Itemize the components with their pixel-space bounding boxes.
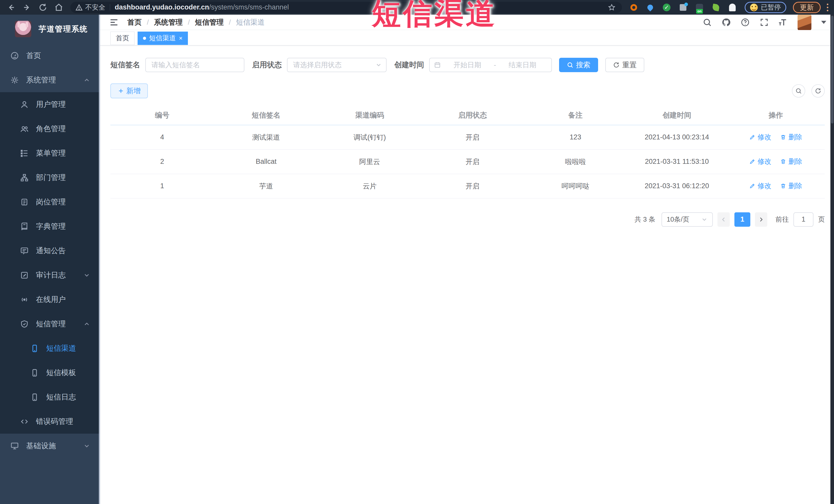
app-logo[interactable]: 芋道管理系统 — [0, 15, 100, 43]
reset-button[interactable]: 重置 — [605, 58, 644, 72]
prev-page-button[interactable] — [718, 212, 730, 227]
fullscreen-icon[interactable] — [760, 18, 769, 27]
dashboard-icon — [10, 51, 19, 60]
page-size-select[interactable]: 10条/页 — [661, 212, 713, 227]
close-icon[interactable]: × — [179, 35, 182, 41]
col-header-created: 创建时间 — [627, 106, 727, 125]
header-search-icon[interactable] — [703, 18, 712, 27]
search-button[interactable]: 搜索 — [559, 58, 598, 72]
sidebar-item-role-mgmt[interactable]: 角色管理 — [0, 116, 100, 141]
extension-ghost-icon[interactable] — [727, 3, 737, 12]
plus-icon — [117, 88, 124, 94]
window-scrollbar[interactable] — [830, 15, 834, 504]
sidebar-item-system-mgmt[interactable]: 系统管理 — [0, 68, 100, 92]
trash-icon — [780, 158, 786, 165]
goto-page-input[interactable] — [793, 212, 813, 227]
col-header-status: 启用状态 — [421, 106, 524, 125]
browser-back-icon[interactable] — [4, 2, 18, 13]
browser-menu-kebab-icon[interactable] — [827, 4, 828, 11]
chevron-down-icon — [83, 272, 90, 279]
sidebar-item-dept-mgmt[interactable]: 部门管理 — [0, 165, 100, 190]
status-select-input[interactable] — [287, 58, 387, 72]
page-number-button[interactable]: 1 — [734, 212, 750, 227]
cell-code: 阿里云 — [318, 149, 421, 174]
code-icon — [20, 417, 29, 426]
sidebar-item-error-code-mgmt[interactable]: 错误码管理 — [0, 409, 100, 434]
sidebar-item-audit-log[interactable]: 审计日志 — [0, 263, 100, 287]
user-avatar[interactable] — [797, 14, 811, 30]
extension-check-icon[interactable]: ✓ — [662, 3, 672, 12]
delete-link[interactable]: 删除 — [780, 181, 802, 191]
url-text[interactable]: dashboard.yudao.iocoder.cn/system/sms/sm… — [115, 3, 289, 11]
end-date-input[interactable] — [498, 61, 548, 69]
help-icon[interactable] — [741, 18, 750, 27]
edit-link[interactable]: 修改 — [749, 132, 771, 142]
extension-orange-ring-icon[interactable] — [629, 3, 639, 12]
extension-sprout-icon[interactable] — [711, 3, 721, 12]
edit-link[interactable]: 修改 — [749, 157, 771, 166]
sidebar-item-label: 角色管理 — [36, 124, 66, 134]
profile-paused-badge[interactable]: 已暂停 — [745, 2, 786, 13]
delete-link[interactable]: 删除 — [780, 157, 802, 166]
add-button[interactable]: 新增 — [110, 84, 148, 98]
sidebar-item-notice[interactable]: 通知公告 — [0, 239, 100, 263]
date-range-picker[interactable]: - — [429, 58, 552, 72]
browser-reload-icon[interactable] — [36, 2, 50, 13]
sidebar-item-online-users[interactable]: 在线用户 — [0, 287, 100, 312]
refresh-table-button[interactable] — [811, 84, 825, 97]
trash-icon — [780, 134, 786, 140]
phone-icon — [30, 368, 39, 377]
status-select[interactable] — [287, 58, 387, 72]
sidebar-item-menu-mgmt[interactable]: 菜单管理 — [0, 141, 100, 165]
sign-input[interactable] — [145, 58, 244, 72]
sidebar-item-sms-template[interactable]: 短信模板 — [0, 360, 100, 385]
browser-home-icon[interactable] — [52, 2, 66, 13]
next-page-button[interactable] — [755, 212, 767, 227]
sidebar-item-sms-log[interactable]: 短信日志 — [0, 385, 100, 409]
sidebar-item-label: 字典管理 — [36, 221, 66, 232]
breadcrumb-system[interactable]: 系统管理 — [154, 18, 183, 27]
badge-icon — [20, 198, 29, 206]
breadcrumb-home[interactable]: 首页 — [127, 18, 142, 27]
toggle-search-button[interactable] — [792, 84, 805, 97]
url-path: /system/sms/sms-channel — [209, 3, 289, 11]
emoji-avatar-icon — [750, 4, 758, 11]
delete-link[interactable]: 删除 — [780, 132, 802, 142]
warning-triangle-icon — [75, 4, 83, 11]
phone-icon — [30, 393, 39, 401]
broadcast-icon — [20, 295, 29, 304]
scrollbar-thumb[interactable] — [831, 16, 833, 124]
caret-down-icon[interactable] — [821, 21, 826, 24]
security-label: 不安全 — [85, 3, 105, 12]
chevron-right-icon — [758, 216, 764, 223]
hamburger-icon[interactable] — [109, 17, 119, 27]
extension-on-badge-icon[interactable]: on — [695, 3, 704, 12]
github-icon[interactable] — [722, 18, 731, 27]
tab-home[interactable]: 首页 — [110, 31, 134, 45]
extension-stats-icon[interactable] — [678, 3, 688, 12]
extension-pin-icon[interactable] — [645, 3, 655, 12]
font-size-icon[interactable] — [778, 18, 788, 27]
address-bar[interactable]: 不安全 dashboard.yudao.iocoder.cn/system/sm… — [70, 2, 622, 13]
tab-sms-channel[interactable]: 短信渠道 × — [137, 31, 188, 45]
bookmark-star-icon[interactable] — [607, 2, 617, 13]
sidebar-item-dict-mgmt[interactable]: 字典管理 — [0, 214, 100, 239]
sidebar-item-sms-mgmt[interactable]: 短信管理 — [0, 312, 100, 336]
app-title: 芋道管理系统 — [39, 24, 88, 35]
search-button-label: 搜索 — [576, 60, 590, 70]
browser-update-button[interactable]: 更新 — [793, 2, 821, 13]
sidebar-item-post-mgmt[interactable]: 岗位管理 — [0, 190, 100, 214]
edit-link[interactable]: 修改 — [749, 181, 771, 191]
sidebar-item-infrastructure[interactable]: 基础设施 — [0, 434, 100, 458]
breadcrumb-sms[interactable]: 短信管理 — [195, 18, 224, 27]
calendar-icon — [434, 61, 441, 69]
breadcrumb-separator: / — [147, 18, 149, 26]
active-dot-icon — [143, 37, 146, 40]
sidebar-item-sms-channel[interactable]: 短信渠道 — [0, 336, 100, 360]
sidebar-item-user-mgmt[interactable]: 用户管理 — [0, 92, 100, 116]
start-date-input[interactable] — [442, 61, 492, 69]
browser-forward-icon[interactable] — [20, 2, 34, 13]
site-security-warning[interactable]: 不安全 — [75, 3, 105, 12]
edit-pencil-icon — [749, 134, 755, 140]
sidebar-item-home[interactable]: 首页 — [0, 43, 100, 68]
